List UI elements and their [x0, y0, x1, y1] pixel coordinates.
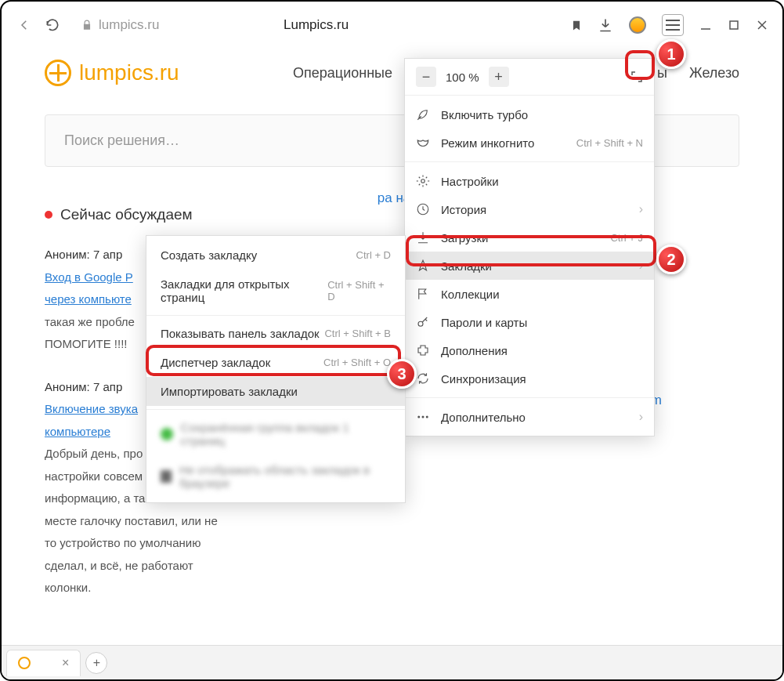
svg-point-1: [421, 179, 425, 183]
dots-icon: [416, 410, 430, 424]
download-icon[interactable]: [598, 17, 613, 33]
address-bar[interactable]: lumpics.ru: [81, 17, 159, 33]
submenu-show-bookmarks-bar[interactable]: Показывать панель закладокCtrl + Shift +…: [146, 319, 405, 348]
comment-link[interactable]: компьютере: [45, 425, 110, 438]
site-logo-icon: [45, 60, 71, 86]
lock-icon: [81, 20, 92, 31]
page-title: Lumpics.ru: [284, 17, 349, 33]
menu-incognito[interactable]: Режим инкогнитоCtrl + Shift + N: [405, 129, 654, 157]
submenu-saved-item[interactable]: Не отображать область закладок в браузер…: [146, 455, 405, 498]
bookmark-icon[interactable]: [571, 18, 582, 32]
sync-icon: [416, 371, 430, 386]
menu-bookmarks[interactable]: Закладки›: [405, 252, 654, 280]
minimize-icon[interactable]: [699, 19, 712, 31]
star-icon: [416, 259, 430, 273]
menu-sync[interactable]: Синхронизация: [405, 364, 654, 393]
gear-icon: [416, 174, 430, 188]
menu-more[interactable]: Дополнительно›: [405, 403, 654, 431]
submenu-import-bookmarks[interactable]: Импортировать закладки: [146, 377, 405, 406]
tab-bar: × +: [2, 645, 782, 679]
flag-icon: [416, 287, 430, 301]
comment-link[interactable]: Включение звука: [45, 402, 138, 415]
clock-icon: [416, 202, 430, 216]
maximize-icon[interactable]: [728, 19, 740, 31]
zoom-in-button[interactable]: +: [489, 67, 509, 87]
domain-text: lumpics.ru: [99, 17, 159, 33]
annotation-badge-1: 1: [656, 39, 686, 69]
mask-icon: [416, 136, 430, 150]
zoom-value: 100 %: [446, 71, 479, 84]
comment-link[interactable]: через компьюте: [45, 292, 132, 306]
tab-favicon: [18, 657, 31, 669]
nav-os[interactable]: Операционные: [293, 65, 392, 82]
svg-point-3: [418, 321, 423, 326]
svg-point-6: [426, 416, 428, 418]
bookmarks-submenu: Создать закладкуCtrl + D Закладки для от…: [146, 235, 406, 503]
menu-turbo[interactable]: Включить турбо: [405, 100, 654, 129]
svg-point-4: [417, 416, 420, 418]
zoom-out-button[interactable]: −: [416, 67, 436, 87]
tab-close-icon[interactable]: ×: [62, 656, 69, 670]
browser-tab[interactable]: ×: [6, 650, 81, 676]
new-tab-button[interactable]: +: [85, 652, 107, 674]
menu-downloads[interactable]: ЗагрузкиCtrl + J: [405, 223, 654, 252]
submenu-bookmark-open-tabs[interactable]: Закладки для открытых страницCtrl + Shif…: [146, 270, 405, 312]
close-icon[interactable]: [756, 19, 768, 31]
key-icon: [416, 315, 430, 329]
svg-point-5: [422, 416, 425, 418]
live-dot-icon: [45, 211, 52, 219]
menu-passwords[interactable]: Пароли и карты: [405, 308, 654, 336]
puzzle-icon: [416, 343, 430, 357]
submenu-create-bookmark[interactable]: Создать закладкуCtrl + D: [146, 241, 405, 270]
menu-history[interactable]: История›: [405, 195, 654, 223]
back-icon[interactable]: [16, 16, 33, 34]
annotation-badge-3: 3: [387, 359, 417, 389]
menu-collections[interactable]: Коллекции: [405, 280, 654, 308]
annotation-badge-2: 2: [656, 245, 686, 274]
rocket-icon: [416, 107, 430, 121]
site-logo-text[interactable]: lumpics.ru: [79, 60, 179, 85]
menu-button[interactable]: [662, 14, 684, 36]
menu-settings[interactable]: Настройки: [405, 167, 654, 195]
comment-link[interactable]: Вход в Google P: [45, 270, 133, 284]
discuss-title: Сейчас обсуждаем: [60, 206, 193, 223]
browser-main-menu: − 100 % + Включить турбо Режим инкогнито…: [404, 58, 655, 436]
fullscreen-icon[interactable]: [630, 71, 643, 83]
submenu-saved-item[interactable]: Сохранённая группа вкладок 1 страниц: [146, 413, 405, 455]
svg-rect-0: [730, 21, 738, 29]
menu-addons[interactable]: Дополнения: [405, 336, 654, 364]
avatar[interactable]: [629, 16, 646, 34]
download-icon: [416, 230, 430, 245]
submenu-bookmark-manager[interactable]: Диспетчер закладокCtrl + Shift + O: [146, 348, 405, 377]
nav-hardware[interactable]: Железо: [689, 65, 739, 82]
reload-icon[interactable]: [44, 16, 61, 34]
